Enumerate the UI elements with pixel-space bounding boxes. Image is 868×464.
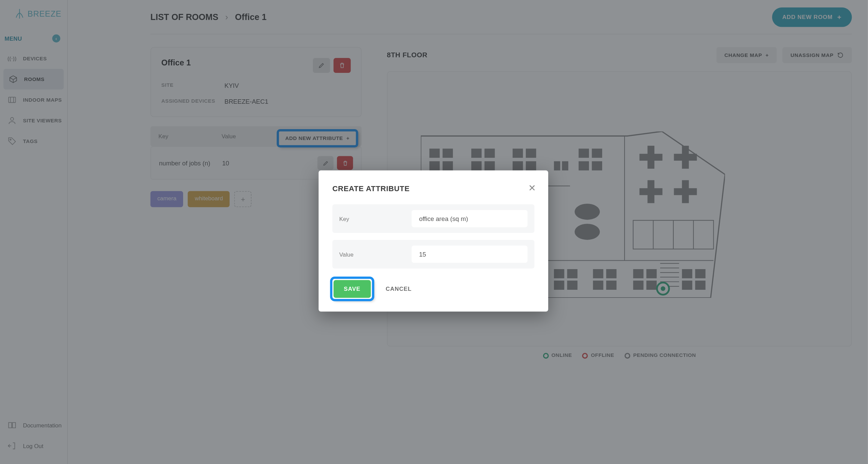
- key-input[interactable]: [412, 210, 528, 227]
- modal-close-button[interactable]: ✕: [526, 182, 538, 194]
- value-field: Value: [332, 240, 534, 269]
- save-highlight: SAVE: [332, 279, 372, 299]
- cancel-button[interactable]: CANCEL: [386, 286, 412, 292]
- key-field: Key: [332, 204, 534, 233]
- create-attribute-modal: CREATE ATTRIBUTE ✕ Key Value SAVE CANCEL: [319, 170, 548, 311]
- value-label: Value: [339, 251, 412, 258]
- save-button[interactable]: SAVE: [334, 280, 371, 298]
- modal-title: CREATE ATTRIBUTE: [332, 184, 534, 193]
- key-label: Key: [339, 216, 412, 222]
- value-input[interactable]: [412, 246, 528, 263]
